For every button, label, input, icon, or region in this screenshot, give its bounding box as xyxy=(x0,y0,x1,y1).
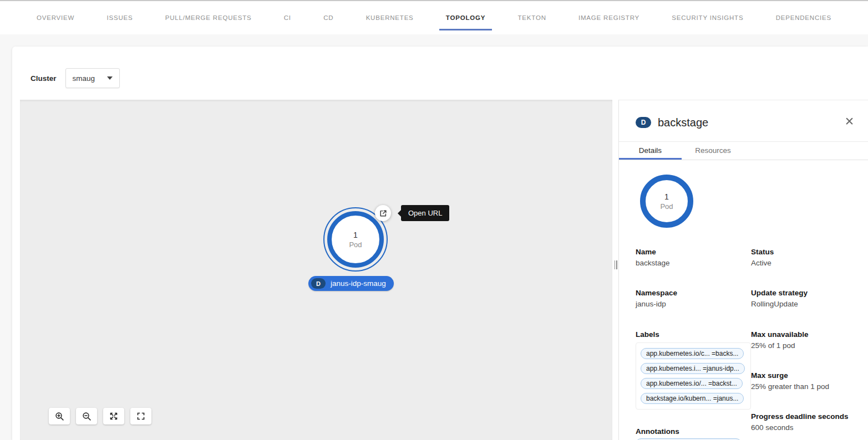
field-value: RollingUpdate xyxy=(751,300,855,308)
pod-donut: 1 Pod xyxy=(327,211,384,268)
field-namespace: Namespace janus-idp xyxy=(636,289,751,308)
field-value: janus-idp xyxy=(636,300,751,308)
fullscreen-button[interactable] xyxy=(130,408,151,424)
field-label: Name xyxy=(636,248,751,256)
panel-tab-resources[interactable]: Resources xyxy=(682,142,744,160)
topology-canvas[interactable]: 1 Pod Open URL D janus-idp-smaug xyxy=(20,100,612,440)
tab-dependencies[interactable]: DEPENDENCIES xyxy=(766,1,841,34)
cluster-dropdown[interactable]: smaug xyxy=(65,68,120,88)
external-link-icon xyxy=(379,209,387,217)
field-label: Update strategy xyxy=(751,289,855,297)
field-label: Max surge xyxy=(751,371,855,380)
tab-tekton[interactable]: TEKTON xyxy=(508,1,556,34)
details-fields: Name backstage Namespace janus-idp Label… xyxy=(636,248,855,440)
pod-unit-label: Pod xyxy=(660,202,673,211)
pod-count: 1 xyxy=(353,231,358,239)
cluster-label: Cluster xyxy=(31,74,57,83)
entity-tab-bar: OVERVIEW ISSUES PULL/MERGE REQUESTS CI C… xyxy=(0,1,868,34)
field-name: Name backstage xyxy=(636,248,751,267)
topology-card: Cluster smaug 1 Pod Open URL D xyxy=(12,47,868,440)
node-label-text: janus-idp-smaug xyxy=(331,279,386,288)
cluster-selector-row: Cluster smaug xyxy=(31,68,120,88)
label-chip: backstage.io/kubern... =janus... xyxy=(641,393,744,404)
tab-ci[interactable]: CI xyxy=(274,1,301,34)
fullscreen-icon xyxy=(136,412,145,421)
zoom-out-icon xyxy=(82,412,92,421)
expand-arrows-icon xyxy=(109,412,118,421)
field-label: Labels xyxy=(636,330,751,339)
open-url-tooltip: Open URL xyxy=(401,205,449,221)
field-value: Active xyxy=(751,259,855,267)
tab-kubernetes[interactable]: KUBERNETES xyxy=(356,1,424,34)
zoom-out-button[interactable] xyxy=(76,408,97,424)
field-label: Status xyxy=(751,248,855,256)
panel-resize-handle[interactable] xyxy=(613,260,618,269)
label-chip: app.kubernetes.io/c... =backs... xyxy=(641,348,744,359)
field-label: Namespace xyxy=(636,289,751,297)
field-value: 600 seconds xyxy=(751,423,855,432)
fit-to-screen-button[interactable] xyxy=(103,408,124,424)
panel-title: backstage xyxy=(658,116,708,129)
tab-security-insights[interactable]: SECURITY INSIGHTS xyxy=(662,1,753,34)
canvas-controls xyxy=(49,408,151,424)
field-max-surge: Max surge 25% greater than 1 pod xyxy=(751,371,855,391)
zoom-in-icon xyxy=(55,412,64,421)
label-chip: app.kubernetes.io/... =backst... xyxy=(641,378,743,389)
details-right-column: Status Active Update strategy RollingUpd… xyxy=(751,248,855,440)
panel-header: D backstage xyxy=(619,100,868,142)
deployment-badge: D xyxy=(636,117,651,128)
field-annotations: Annotations deployment.kubernetes.io... … xyxy=(636,427,751,440)
panel-body: 1 Pod Name backstage Namespace janus-idp… xyxy=(619,160,868,440)
field-status: Status Active xyxy=(751,248,855,267)
deployment-badge: D xyxy=(311,278,326,289)
tab-cd[interactable]: CD xyxy=(313,1,343,34)
node-label[interactable]: D janus-idp-smaug xyxy=(308,276,394,291)
field-label: Max unavailable xyxy=(751,330,855,339)
field-update-strategy: Update strategy RollingUpdate xyxy=(751,289,855,308)
close-panel-button[interactable] xyxy=(845,117,854,125)
details-side-panel: D backstage Details Resources 1 Pod xyxy=(618,100,868,440)
panel-tab-bar: Details Resources xyxy=(619,142,868,160)
field-label: Annotations xyxy=(636,427,751,436)
field-progress-deadline-seconds: Progress deadline seconds 600 seconds xyxy=(751,412,855,432)
pod-count: 1 xyxy=(664,192,669,201)
field-value: 25% greater than 1 pod xyxy=(751,382,855,391)
zoom-in-button[interactable] xyxy=(49,408,70,424)
field-label: Progress deadline seconds xyxy=(751,412,855,421)
tab-image-registry[interactable]: IMAGE REGISTRY xyxy=(568,1,649,34)
panel-tab-details[interactable]: Details xyxy=(619,142,682,160)
tab-overview[interactable]: OVERVIEW xyxy=(27,1,84,34)
field-value: 25% of 1 pod xyxy=(751,341,855,350)
tab-topology[interactable]: TOPOLOGY xyxy=(436,1,495,34)
cluster-dropdown-value: smaug xyxy=(73,74,95,83)
pod-status-donut: 1 Pod xyxy=(640,175,693,228)
tab-issues[interactable]: ISSUES xyxy=(97,1,143,34)
field-labels: Labels app.kubernetes.io/c... =backs... … xyxy=(636,330,751,412)
open-url-button[interactable] xyxy=(375,205,391,221)
pod-unit-label: Pod xyxy=(349,241,362,249)
details-left-column: Name backstage Namespace janus-idp Label… xyxy=(636,248,751,440)
tab-pull-merge-requests[interactable]: PULL/MERGE REQUESTS xyxy=(155,1,262,34)
labels-chip-list: app.kubernetes.io/c... =backs... app.kub… xyxy=(636,342,751,410)
field-max-unavailable: Max unavailable 25% of 1 pod xyxy=(751,330,855,350)
label-chip: app.kubernetes.i... =janus-idp... xyxy=(641,363,745,374)
field-value: backstage xyxy=(636,259,751,267)
close-icon xyxy=(845,117,854,125)
chevron-down-icon xyxy=(107,76,113,80)
